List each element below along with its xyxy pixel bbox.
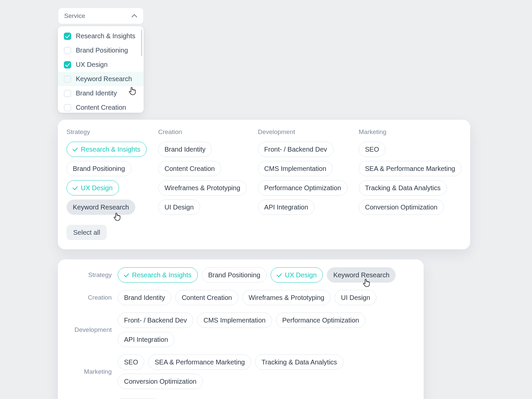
filter-pill[interactable]: Tracking & Data Analytics bbox=[255, 354, 343, 370]
filter-pill[interactable]: Front- / Backend Dev bbox=[118, 313, 193, 328]
pill-label: CMS Implementation bbox=[203, 317, 266, 324]
checkbox-unchecked-icon bbox=[64, 90, 71, 97]
filter-pill[interactable]: Tracking & Data Analytics bbox=[359, 180, 447, 196]
dropdown-item[interactable]: Brand Positioning bbox=[58, 43, 144, 58]
dropdown-item[interactable]: Keyword Research bbox=[58, 72, 144, 86]
filter-pill[interactable]: UI Design bbox=[334, 290, 376, 305]
checkbox-checked-icon bbox=[64, 61, 71, 68]
pill-label: Performance Optimization bbox=[264, 184, 341, 192]
dropdown-item-label: Content Creation bbox=[76, 104, 126, 111]
dropdown-item-label: Research & Insights bbox=[76, 32, 135, 40]
filter-pill[interactable]: Content Creation bbox=[175, 290, 238, 305]
category-label: Development bbox=[258, 128, 347, 136]
pill-label: Brand Positioning bbox=[208, 271, 260, 279]
dropdown-item[interactable]: Content Creation bbox=[58, 100, 144, 113]
filter-pill[interactable]: Wireframes & Prototyping bbox=[242, 290, 331, 305]
dropdown-label: Service bbox=[64, 12, 85, 20]
pill-label: API Integration bbox=[124, 336, 168, 343]
filter-pill[interactable]: SEA & Performance Marketing bbox=[359, 161, 462, 176]
pill-label: UX Design bbox=[81, 184, 113, 192]
filter-pill[interactable]: Brand Positioning bbox=[202, 267, 267, 283]
dropdown-item[interactable]: UX Design bbox=[58, 58, 144, 72]
pill-label: Front- / Backend Dev bbox=[264, 146, 327, 153]
filter-row: MarketingSEOSEA & Performance MarketingT… bbox=[63, 354, 415, 389]
dropdown-item[interactable]: Brand Identity bbox=[58, 86, 144, 100]
filter-pill[interactable]: API Integration bbox=[258, 200, 315, 215]
pill-label: UI Design bbox=[341, 294, 370, 302]
filter-pill[interactable]: UX Design bbox=[271, 267, 323, 283]
dropdown-item-label: UX Design bbox=[76, 61, 108, 68]
check-icon bbox=[72, 146, 78, 151]
category-label: Strategy bbox=[63, 271, 112, 279]
pill-label: CMS Implementation bbox=[264, 165, 327, 173]
select-all-label: Select all bbox=[73, 229, 100, 236]
filter-row: CreationBrand IdentityContent CreationWi… bbox=[63, 290, 415, 305]
category-label: Marketing bbox=[359, 128, 462, 136]
chevron-up-icon bbox=[131, 14, 137, 18]
dropdown-panel: Research & InsightsBrand PositioningUX D… bbox=[58, 26, 144, 113]
filter-pill[interactable]: Performance Optimization bbox=[276, 313, 365, 328]
filter-pill[interactable]: UI Design bbox=[158, 200, 200, 215]
filter-pill[interactable]: SEO bbox=[118, 354, 144, 370]
filter-pill[interactable]: Wireframes & Prototyping bbox=[158, 180, 247, 196]
filter-pill[interactable]: UX Design bbox=[66, 180, 119, 196]
filter-column: CreationBrand IdentityContent CreationWi… bbox=[158, 128, 247, 215]
filter-pill[interactable]: Conversion Optimization bbox=[118, 374, 203, 389]
filter-pill[interactable]: Brand Positioning bbox=[66, 161, 131, 176]
pill-label: SEO bbox=[365, 146, 379, 153]
checkbox-checked-icon bbox=[64, 33, 71, 40]
filter-card-rows: StrategyResearch & InsightsBrand Positio… bbox=[58, 259, 424, 399]
pill-label: Performance Optimization bbox=[282, 317, 359, 324]
filter-pill[interactable]: CMS Implementation bbox=[258, 161, 333, 176]
pill-label: Research & Insights bbox=[132, 271, 192, 279]
dropdown-item-label: Brand Identity bbox=[76, 89, 117, 97]
checkbox-unchecked-icon bbox=[64, 47, 71, 54]
filter-column: StrategyResearch & InsightsBrand Positio… bbox=[66, 128, 147, 215]
pill-label: Keyword Research bbox=[73, 203, 129, 211]
filter-pill[interactable]: API Integration bbox=[118, 332, 174, 347]
filter-pill[interactable]: Research & Insights bbox=[118, 267, 198, 283]
service-dropdown: Service Research & InsightsBrand Positio… bbox=[58, 8, 144, 113]
dropdown-item-label: Keyword Research bbox=[76, 75, 132, 83]
pill-label: SEO bbox=[124, 358, 138, 366]
pill-label: Conversion Optimization bbox=[124, 378, 197, 385]
scrollbar[interactable] bbox=[141, 30, 142, 56]
filter-pill[interactable]: Front- / Backend Dev bbox=[258, 142, 333, 157]
filter-row: StrategyResearch & InsightsBrand Positio… bbox=[63, 267, 415, 283]
check-icon bbox=[124, 272, 129, 277]
pill-label: Brand Identity bbox=[124, 294, 165, 302]
pill-label: UI Design bbox=[165, 203, 194, 211]
filter-row: DevelopmentFront- / Backend DevCMS Imple… bbox=[63, 313, 415, 347]
filter-pill[interactable]: CMS Implementation bbox=[197, 313, 272, 328]
pill-label: Brand Identity bbox=[165, 146, 205, 153]
pill-label: Wireframes & Prototyping bbox=[165, 184, 240, 192]
filter-pill[interactable]: Conversion Optimization bbox=[359, 200, 444, 215]
dropdown-item[interactable]: Research & Insights bbox=[58, 29, 144, 43]
category-label: Creation bbox=[63, 294, 112, 301]
pill-label: Brand Positioning bbox=[73, 165, 125, 173]
filter-pill[interactable]: Performance Optimization bbox=[258, 180, 347, 196]
filter-pill[interactable]: SEO bbox=[359, 142, 385, 157]
category-label: Marketing bbox=[63, 368, 112, 375]
check-icon bbox=[277, 272, 282, 277]
pill-label: SEA & Performance Marketing bbox=[365, 165, 455, 173]
dropdown-item-label: Brand Positioning bbox=[76, 47, 128, 54]
filter-pill[interactable]: Research & Insights bbox=[66, 142, 147, 157]
category-label: Development bbox=[63, 326, 112, 333]
pill-label: SEA & Performance Marketing bbox=[155, 358, 245, 366]
filter-card-columns: StrategyResearch & InsightsBrand Positio… bbox=[58, 120, 470, 249]
filter-pill[interactable]: Brand Identity bbox=[158, 142, 212, 157]
filter-pill[interactable]: Brand Identity bbox=[118, 290, 171, 305]
check-icon bbox=[72, 185, 78, 190]
select-all-button[interactable]: Select all bbox=[66, 225, 107, 240]
pill-label: Keyword Research bbox=[333, 271, 389, 279]
filter-pill[interactable]: SEA & Performance Marketing bbox=[148, 354, 251, 370]
filter-pill[interactable]: Keyword Research bbox=[327, 267, 396, 283]
filter-pill[interactable]: Content Creation bbox=[158, 161, 221, 176]
pill-label: Content Creation bbox=[165, 165, 215, 173]
checkbox-unchecked-icon bbox=[64, 104, 71, 111]
pill-label: Research & Insights bbox=[81, 146, 140, 153]
dropdown-trigger[interactable]: Service bbox=[58, 8, 144, 24]
category-label: Creation bbox=[158, 128, 247, 136]
filter-pill[interactable]: Keyword Research bbox=[66, 200, 135, 215]
